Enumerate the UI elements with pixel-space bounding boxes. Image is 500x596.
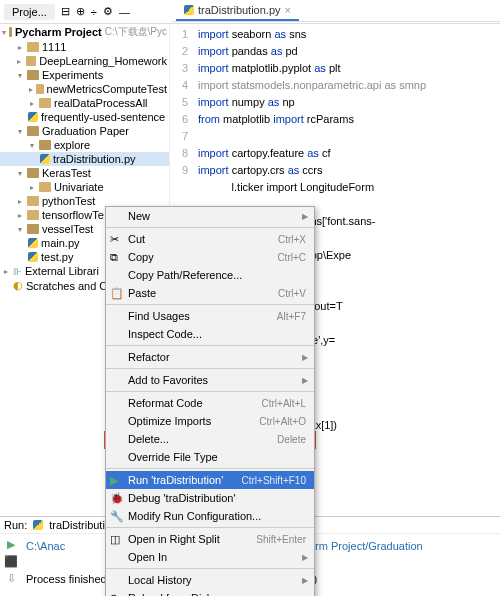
menu-findusages[interactable]: Find UsagesAlt+F7 xyxy=(106,307,314,325)
tree-item[interactable]: ▾KerasTest xyxy=(0,166,169,180)
tree-item[interactable]: ▾Experiments xyxy=(0,68,169,82)
tree-item[interactable]: traDistribution.py xyxy=(0,152,169,166)
tree-item[interactable]: ▾explore xyxy=(0,138,169,152)
down-icon[interactable]: ⇩ xyxy=(7,572,16,585)
close-tab-icon[interactable]: × xyxy=(285,4,291,16)
folder-icon xyxy=(39,140,51,150)
menu-new[interactable]: New▶ xyxy=(106,207,314,225)
collapse-icon[interactable]: ⊟ xyxy=(61,5,70,18)
context-menu: New▶ ✂CutCtrl+X ⧉CopyCtrl+C Copy Path/Re… xyxy=(105,206,315,596)
menu-reload[interactable]: ⟳Reload from Disk xyxy=(106,589,314,596)
folder-icon xyxy=(27,224,39,234)
folder-icon xyxy=(39,182,51,192)
tree-item[interactable]: ▸DeepLearning_Homework xyxy=(0,54,169,68)
paste-icon: 📋 xyxy=(110,287,122,299)
folder-icon xyxy=(27,210,39,220)
hide-icon[interactable]: — xyxy=(119,6,130,18)
python-file-icon xyxy=(40,154,50,164)
menu-split[interactable]: ◫Open in Right SplitShift+Enter xyxy=(106,530,314,548)
library-icon: ⊪ xyxy=(13,266,22,277)
python-file-icon xyxy=(28,252,38,262)
python-file-icon xyxy=(33,520,43,530)
menu-copy[interactable]: ⧉CopyCtrl+C xyxy=(106,248,314,266)
expand-icon[interactable]: ⊕ xyxy=(76,5,85,18)
folder-icon xyxy=(9,27,12,37)
copy-icon: ⧉ xyxy=(110,251,122,263)
folder-icon xyxy=(27,196,39,206)
run-label: Run: xyxy=(4,519,27,531)
menu-reformat[interactable]: Reformat CodeCtrl+Alt+L xyxy=(106,394,314,412)
editor-tab-label: traDistribution.py xyxy=(198,4,281,16)
menu-delete[interactable]: Delete...Delete xyxy=(106,430,314,448)
tree-item[interactable]: frequently-used-sentence xyxy=(0,110,169,124)
folder-icon xyxy=(36,84,44,94)
folder-icon xyxy=(39,98,51,108)
menu-inspect[interactable]: Inspect Code... xyxy=(106,325,314,343)
menu-paste[interactable]: 📋PasteCtrl+V xyxy=(106,284,314,302)
menu-run[interactable]: ▶Run 'traDistribution'Ctrl+Shift+F10 xyxy=(106,471,314,489)
rerun-icon[interactable]: ▶ xyxy=(7,538,15,551)
menu-override[interactable]: Override File Type xyxy=(106,448,314,466)
editor-tab[interactable]: traDistribution.py × xyxy=(176,1,299,21)
menu-modify[interactable]: 🔧Modify Run Configuration... xyxy=(106,507,314,525)
folder-icon xyxy=(27,126,39,136)
tree-item[interactable]: ▸Univariate xyxy=(0,180,169,194)
stop-icon[interactable]: ⬛ xyxy=(4,555,18,568)
menu-refactor[interactable]: Refactor▶ xyxy=(106,348,314,366)
menu-cut[interactable]: ✂CutCtrl+X xyxy=(106,230,314,248)
run-config-name: traDistributi xyxy=(49,519,105,531)
tree-item[interactable]: ▾Graduation Paper xyxy=(0,124,169,138)
folder-icon xyxy=(26,56,36,66)
tree-item[interactable]: ▸newMetricsComputeTest xyxy=(0,82,169,96)
tree-item[interactable]: ▸1111 xyxy=(0,40,169,54)
wrench-icon: 🔧 xyxy=(110,510,122,522)
scratch-icon: ◐ xyxy=(13,279,23,292)
tree-item[interactable]: ▸realDataProcessAll xyxy=(0,96,169,110)
menu-favorites[interactable]: Add to Favorites▶ xyxy=(106,371,314,389)
menu-localhist[interactable]: Local History▶ xyxy=(106,571,314,589)
reload-icon: ⟳ xyxy=(110,592,122,596)
run-icon: ▶ xyxy=(110,474,122,486)
python-file-icon xyxy=(28,238,38,248)
gear-icon[interactable]: ⚙ xyxy=(103,5,113,18)
menu-openin[interactable]: Open In▶ xyxy=(106,548,314,566)
tree-root[interactable]: ▾ Pycharm Project C:\下载盘\Pyc xyxy=(0,24,169,40)
project-tab[interactable]: Proje... xyxy=(4,4,55,20)
folder-icon xyxy=(27,168,39,178)
python-file-icon xyxy=(28,112,38,122)
divide-icon[interactable]: ÷ xyxy=(91,6,97,18)
scissors-icon: ✂ xyxy=(110,233,122,245)
menu-optimize[interactable]: Optimize ImportsCtrl+Alt+O xyxy=(106,412,314,430)
menu-copypath[interactable]: Copy Path/Reference... xyxy=(106,266,314,284)
folder-icon xyxy=(27,42,39,52)
menu-debug[interactable]: 🐞Debug 'traDistribution' xyxy=(106,489,314,507)
bug-icon: 🐞 xyxy=(110,492,122,504)
folder-icon xyxy=(27,70,39,80)
split-icon: ◫ xyxy=(110,533,122,545)
python-file-icon xyxy=(184,5,194,15)
